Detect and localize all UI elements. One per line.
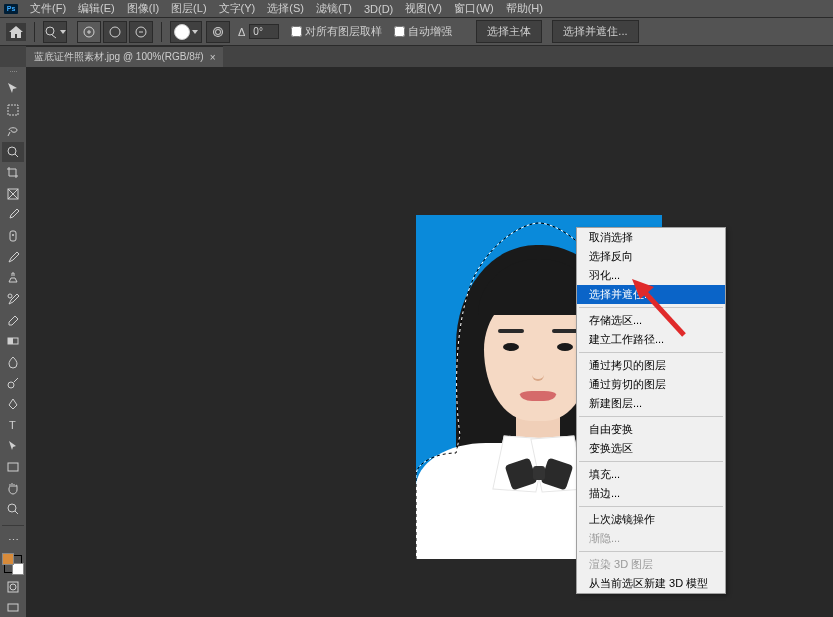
frame-tool[interactable] (2, 184, 24, 204)
context-menu-item[interactable]: 选择并遮住... (577, 285, 725, 304)
context-menu-item[interactable]: 变换选区 (577, 439, 725, 458)
menu-select[interactable]: 选择(S) (261, 0, 310, 18)
history-brush-tool[interactable] (2, 289, 24, 309)
menu-3d[interactable]: 3D(D) (358, 1, 399, 17)
brush-plus-icon (82, 25, 96, 39)
context-menu-item[interactable]: 填充... (577, 465, 725, 484)
blur-tool[interactable] (2, 352, 24, 372)
svg-point-0 (46, 27, 54, 35)
home-button[interactable] (6, 23, 26, 41)
document-tab-title: 蓝底证件照素材.jpg @ 100%(RGB/8#) (34, 50, 204, 64)
menu-view[interactable]: 视图(V) (399, 0, 448, 18)
rectangle-tool[interactable] (2, 457, 24, 477)
brush-settings[interactable] (206, 21, 230, 43)
context-menu-item[interactable]: 从当前选区新建 3D 模型 (577, 574, 725, 593)
eraser-tool[interactable] (2, 310, 24, 330)
svg-rect-13 (8, 463, 18, 471)
context-menu-item[interactable]: 取消选择 (577, 228, 725, 247)
healing-brush-tool[interactable] (2, 226, 24, 246)
lasso-tool[interactable] (2, 121, 24, 141)
context-menu-item[interactable]: 通过拷贝的图层 (577, 356, 725, 375)
brush-icon (108, 25, 122, 39)
menu-file[interactable]: 文件(F) (24, 0, 72, 18)
canvas-area[interactable]: 取消选择选择反向羽化...选择并遮住...存储选区...建立工作路径...通过拷… (26, 67, 833, 617)
crop-tool[interactable] (2, 163, 24, 183)
menu-edit[interactable]: 编辑(E) (72, 0, 121, 18)
new-selection[interactable] (103, 21, 127, 43)
select-subject-button[interactable]: 选择主体 (476, 20, 542, 43)
context-menu-item[interactable]: 羽化... (577, 266, 725, 285)
context-menu-separator (579, 551, 723, 552)
quick-mask-toggle[interactable] (2, 577, 24, 597)
context-menu-item[interactable]: 上次滤镜操作 (577, 510, 725, 529)
current-tool-preset[interactable] (43, 21, 67, 43)
context-menu-separator (579, 307, 723, 308)
brush-preview-icon (174, 24, 190, 40)
context-menu-separator (579, 461, 723, 462)
context-menu-item: 渲染 3D 图层 (577, 555, 725, 574)
svg-rect-17 (8, 604, 18, 611)
svg-point-14 (8, 504, 16, 512)
context-menu-item: 渐隐... (577, 529, 725, 548)
edit-toolbar-button[interactable]: ⋯ (2, 530, 24, 550)
auto-enhance-label: 自动增强 (408, 24, 452, 39)
select-and-mask-button[interactable]: 选择并遮住... (552, 20, 638, 43)
context-menu-item[interactable]: 通过剪切的图层 (577, 375, 725, 394)
context-menu-item[interactable]: 建立工作路径... (577, 330, 725, 349)
context-menu-item[interactable]: 自由变换 (577, 420, 725, 439)
app-icon: Ps (4, 4, 18, 14)
brush-tool[interactable] (2, 247, 24, 267)
add-to-selection[interactable] (77, 21, 101, 43)
close-tab-button[interactable]: × (210, 52, 216, 63)
menu-filter[interactable]: 滤镜(T) (310, 0, 358, 18)
svg-rect-4 (8, 105, 18, 115)
tools-panel: T ⋯ (0, 67, 26, 617)
foreground-color[interactable] (2, 553, 14, 565)
dodge-tool[interactable] (2, 373, 24, 393)
panel-grip[interactable] (0, 71, 26, 75)
quick-select-tool[interactable] (2, 142, 24, 162)
screen-mode-toggle[interactable] (2, 598, 24, 617)
svg-point-2 (110, 27, 120, 37)
rect-marquee-tool[interactable] (2, 100, 24, 120)
svg-text:T: T (9, 419, 16, 431)
path-select-tool[interactable] (2, 436, 24, 456)
menu-type[interactable]: 文字(Y) (213, 0, 262, 18)
gradient-tool[interactable] (2, 331, 24, 351)
hand-tool[interactable] (2, 478, 24, 498)
context-menu-separator (579, 416, 723, 417)
context-menu-item[interactable]: 描边... (577, 484, 725, 503)
eyedropper-tool[interactable] (2, 205, 24, 225)
context-menu-separator (579, 352, 723, 353)
color-swatch[interactable] (4, 555, 22, 573)
brush-picker[interactable] (170, 21, 202, 43)
options-bar: Δ 对所有图层取样 自动增强 选择主体 选择并遮住... (0, 18, 833, 46)
menu-image[interactable]: 图像(I) (121, 0, 165, 18)
context-menu: 取消选择选择反向羽化...选择并遮住...存储选区...建立工作路径...通过拷… (576, 227, 726, 594)
pen-tool[interactable] (2, 394, 24, 414)
brush-minus-icon (134, 25, 148, 39)
svg-point-16 (10, 584, 16, 590)
angle-input[interactable] (249, 24, 279, 39)
auto-enhance-checkbox[interactable] (394, 26, 405, 37)
angle-label: Δ (238, 26, 245, 38)
sample-all-layers-checkbox[interactable] (291, 26, 302, 37)
context-menu-separator (579, 506, 723, 507)
menu-help[interactable]: 帮助(H) (500, 0, 549, 18)
menu-window[interactable]: 窗口(W) (448, 0, 500, 18)
type-tool[interactable]: T (2, 415, 24, 435)
menu-layer[interactable]: 图层(L) (165, 0, 212, 18)
gear-icon (215, 29, 221, 35)
context-menu-item[interactable]: 新建图层... (577, 394, 725, 413)
move-tool[interactable] (2, 79, 24, 99)
clone-stamp-tool[interactable] (2, 268, 24, 288)
svg-point-8 (8, 294, 12, 298)
svg-point-11 (8, 382, 14, 388)
context-menu-item[interactable]: 选择反向 (577, 247, 725, 266)
context-menu-item[interactable]: 存储选区... (577, 311, 725, 330)
menu-bar: Ps 文件(F) 编辑(E) 图像(I) 图层(L) 文字(Y) 选择(S) 滤… (0, 0, 833, 18)
subtract-from-selection[interactable] (129, 21, 153, 43)
zoom-tool[interactable] (2, 499, 24, 519)
document-tab[interactable]: 蓝底证件照素材.jpg @ 100%(RGB/8#) × (26, 46, 223, 67)
svg-point-5 (8, 147, 16, 155)
